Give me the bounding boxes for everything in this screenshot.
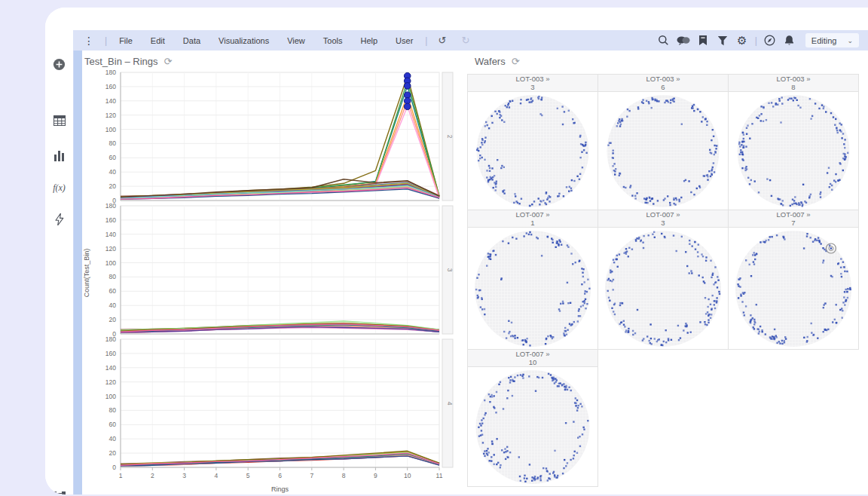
svg-text:11: 11 [436,472,443,479]
svg-text:Rings: Rings [271,485,289,493]
wafer-map[interactable] [729,228,859,350]
menu-view[interactable]: View [278,36,314,45]
recommendations-icon[interactable] [762,32,778,49]
menu-tools[interactable]: Tools [314,36,352,45]
svg-text:0: 0 [112,464,116,471]
svg-text:10: 10 [404,472,411,479]
svg-text:40: 40 [109,435,117,442]
data-table-icon [53,115,66,126]
svg-text:140: 140 [105,97,116,105]
wafer-number-label: 8 [791,83,795,91]
divider: | [752,35,760,46]
wafer-lot-label: LOT-007 » [516,210,550,219]
wafer-number-label: 10 [529,358,537,366]
kebab-menu-icon[interactable]: ⋮ [73,35,102,47]
mode-dropdown[interactable]: Editing ⌄ [805,33,859,47]
menu-user[interactable]: User [387,36,422,45]
svg-text:4: 4 [446,402,454,406]
menu-help[interactable]: Help [351,36,387,45]
svg-text:40: 40 [109,168,117,176]
wafer-lot-label: LOT-007 » [516,350,550,358]
wafer-map[interactable] [729,92,859,210]
svg-text:60: 60 [109,154,117,161]
wafer-number-label: 3 [661,219,665,227]
wafer-map[interactable] [468,367,598,487]
wafer-number-label: 7 [791,219,795,227]
svg-text:8: 8 [342,472,346,479]
svg-text:4: 4 [215,472,219,479]
svg-text:180: 180 [105,202,116,210]
svg-text:120: 120 [105,378,116,386]
filter-icon[interactable] [714,32,731,49]
svg-text:5: 5 [246,472,250,479]
svg-text:140: 140 [105,231,116,238]
wafer-map[interactable] [598,92,729,210]
undo-icon[interactable]: ↺ [430,35,454,46]
wafer-cell-header: LOT-003 »8 [729,75,859,92]
svg-text:60: 60 [109,287,117,295]
svg-text:2: 2 [446,135,454,139]
rings-line-chart[interactable]: 0204060801001201401601802020406080100120… [81,69,458,494]
menu-visualizations[interactable]: Visualizations [209,36,278,45]
svg-text:80: 80 [109,406,117,414]
svg-text:160: 160 [105,350,116,357]
svg-text:40: 40 [109,302,117,309]
svg-text:7: 7 [310,472,313,479]
line-viz-title-bar: Test_Bin – Rings ⟳ [84,56,172,67]
wafer-number-label: 1 [530,219,534,227]
wafer-map[interactable] [468,92,598,210]
visualization-types-icon[interactable] [45,146,73,166]
wafer-cell-header: LOT-007 »7 [729,210,859,228]
svg-text:80: 80 [109,273,117,280]
functions-icon[interactable]: f(x) [45,178,73,197]
wafer-map[interactable] [598,228,729,350]
svg-text:160: 160 [105,83,116,90]
mode-label: Editing [811,36,837,45]
wafer-viz-title: Wafers [475,56,506,67]
wafer-cell-header: LOT-007 »3 [598,210,729,228]
svg-text:2: 2 [151,472,154,479]
divider: | [102,35,110,46]
menu-bar: ⋮ | File Edit Data Visualizations View T… [73,30,868,51]
wafer-number-label: 3 [530,83,534,91]
redo-icon: ↻ [454,35,477,46]
svg-text:60: 60 [109,421,117,428]
wafer-viz-title-bar: Wafers ⟳ [475,56,520,67]
refresh-icon[interactable]: ⟳ [512,56,520,67]
bookmark-icon[interactable] [695,32,711,49]
menu-edit[interactable]: Edit [142,36,174,45]
add-icon[interactable] [45,54,73,74]
wafer-lot-label: LOT-007 » [646,210,680,219]
svg-text:20: 20 [109,182,117,190]
data-table-icon[interactable] [45,111,73,130]
comments-icon[interactable] [675,32,692,49]
wafer-lot-label: LOT-003 » [777,75,811,83]
search-icon[interactable] [656,32,672,49]
wafer-lot-label: LOT-003 » [646,75,680,83]
divider: | [422,35,430,46]
svg-text:20: 20 [109,316,117,323]
refresh-icon[interactable]: ⟳ [164,56,173,67]
automation-icon[interactable] [45,210,73,229]
svg-text:3: 3 [182,472,186,479]
svg-text:9: 9 [374,472,377,479]
svg-text:180: 180 [105,335,116,343]
line-viz-title: Test_Bin – Rings [84,56,158,67]
svg-text:160: 160 [105,216,116,224]
menu-file[interactable]: File [110,36,142,45]
svg-text:140: 140 [105,364,116,372]
wafer-map[interactable] [468,228,598,350]
chevron-down-icon: ⌄ [847,37,853,44]
lightning-icon [55,213,64,225]
svg-text:120: 120 [105,112,116,119]
data-canvas-icon [52,490,67,494]
menu-data[interactable]: Data [174,36,209,45]
svg-text:100: 100 [105,259,116,267]
settings-icon[interactable]: ⚙ [734,32,750,49]
svg-text:20: 20 [109,449,117,457]
wafer-lot-label: LOT-007 » [777,210,811,219]
wafer-lot-label: LOT-003 » [516,75,550,83]
notifications-icon[interactable] [781,32,798,49]
wafer-trellis-grid: LOT-003 »3LOT-003 »6LOT-003 »8LOT-007 »1… [467,74,859,487]
data-canvas-icon[interactable] [45,485,73,494]
